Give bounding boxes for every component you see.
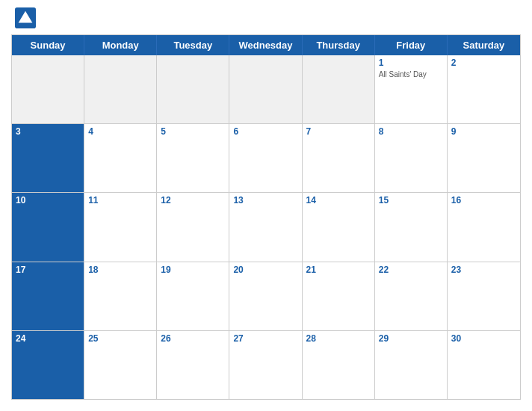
calendar-day-headers: SundayMondayTuesdayWednesdayThursdayFrid… [12,35,520,55]
day-cell: 13 [229,193,302,261]
day-number: 6 [233,126,297,137]
day-cell: 14 [303,193,375,261]
day-header-sunday: Sunday [12,35,84,55]
week-row-4: 24252627282930 [12,331,520,399]
day-number: 21 [306,265,371,275]
day-cell: 29 [375,331,448,399]
day-cell: 9 [448,124,520,192]
day-cell: 10 [12,193,84,261]
day-number: 2 [451,58,516,68]
day-number: 15 [379,195,443,206]
day-cell: 7 [303,124,375,192]
event-text: All Saints' Day [379,69,443,79]
day-number: 30 [451,333,516,344]
week-row-2: 10111213141516 [12,193,520,262]
day-cell: 30 [448,331,520,399]
day-number: 7 [306,126,371,137]
day-number: 25 [88,333,152,344]
day-number: 12 [161,195,225,206]
day-number: 10 [16,195,80,206]
day-cell: 18 [84,262,157,330]
day-cell: 25 [84,331,157,399]
day-number: 19 [161,265,225,275]
day-cell [157,55,229,123]
day-number: 24 [16,333,80,344]
day-header-saturday: Saturday [448,35,520,55]
page-header [11,7,521,28]
calendar-body: 1All Saints' Day234567891011121314151617… [12,55,520,399]
day-number: 18 [88,265,152,275]
day-cell: 11 [84,193,157,261]
day-number: 1 [379,58,443,68]
day-number: 4 [88,126,152,137]
day-cell [12,55,84,123]
day-number: 5 [161,126,225,137]
day-cell: 2 [448,55,520,123]
day-header-tuesday: Tuesday [157,35,229,55]
day-cell: 19 [157,262,229,330]
day-number: 20 [233,265,297,275]
day-number: 14 [306,195,371,206]
day-cell: 27 [229,331,302,399]
day-cell: 22 [375,262,448,330]
day-number: 26 [161,333,225,344]
week-row-3: 17181920212223 [12,262,520,331]
day-header-monday: Monday [84,35,157,55]
day-cell: 20 [229,262,302,330]
day-cell: 1All Saints' Day [375,55,448,123]
day-cell: 4 [84,124,157,192]
day-cell: 5 [157,124,229,192]
day-cell: 17 [12,262,84,330]
logo-icon [15,7,36,28]
day-number: 8 [379,126,443,137]
day-number: 17 [16,265,80,275]
day-cell: 24 [12,331,84,399]
day-number: 9 [451,126,516,137]
day-cell: 12 [157,193,229,261]
day-number: 3 [16,126,80,137]
day-number: 11 [88,195,152,206]
day-number: 27 [233,333,297,344]
day-cell: 21 [303,262,375,330]
week-row-1: 3456789 [12,124,520,193]
day-cell [303,55,375,123]
day-cell: 15 [375,193,448,261]
calendar: SundayMondayTuesdayWednesdayThursdayFrid… [11,34,521,400]
day-cell: 16 [448,193,520,261]
day-cell [84,55,157,123]
day-header-wednesday: Wednesday [229,35,302,55]
day-cell: 6 [229,124,302,192]
day-header-thursday: Thursday [303,35,375,55]
day-cell: 23 [448,262,520,330]
day-number: 16 [451,195,516,206]
day-header-friday: Friday [375,35,448,55]
logo [15,7,39,28]
day-number: 29 [379,333,443,344]
week-row-0: 1All Saints' Day2 [12,55,520,124]
day-number: 23 [451,265,516,275]
day-number: 28 [306,333,371,344]
day-cell: 28 [303,331,375,399]
day-number: 13 [233,195,297,206]
day-cell: 3 [12,124,84,192]
day-cell: 26 [157,331,229,399]
day-cell: 8 [375,124,448,192]
day-number: 22 [379,265,443,275]
day-cell [229,55,302,123]
